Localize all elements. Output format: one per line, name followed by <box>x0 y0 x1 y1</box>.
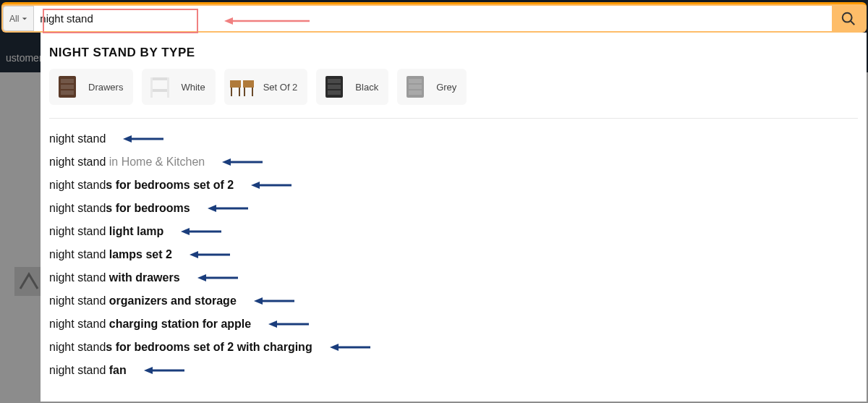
svg-rect-8 <box>61 90 74 95</box>
svg-marker-30 <box>222 158 231 166</box>
annotation-arrow-suggestion <box>181 227 223 236</box>
suggestion-item[interactable]: night stand charging station for apple <box>49 313 867 336</box>
type-chip-thumb <box>146 73 174 101</box>
type-chip[interactable]: White <box>142 69 215 105</box>
suggestion-item[interactable]: night stands for bedrooms set of 2 with … <box>49 336 867 359</box>
svg-rect-22 <box>328 90 341 95</box>
type-chip-row: Drawers White Set Of 2 Black Grey <box>49 69 858 119</box>
svg-rect-6 <box>61 79 74 83</box>
svg-rect-11 <box>150 77 153 98</box>
suggestion-list: night stand night stand in Home & Kitche… <box>49 127 867 382</box>
search-icon <box>841 11 856 27</box>
svg-rect-20 <box>328 79 341 83</box>
type-chip-label: Grey <box>436 82 456 93</box>
svg-rect-13 <box>230 80 241 88</box>
type-chip[interactable]: Drawers <box>49 69 133 105</box>
search-button[interactable] <box>832 6 865 31</box>
suggestion-item[interactable]: night stand organizers and storage <box>49 289 867 313</box>
svg-rect-7 <box>61 85 74 89</box>
svg-rect-15 <box>239 88 240 96</box>
search-suggestions-panel: NIGHT STAND BY TYPE Drawers White Set Of… <box>41 33 867 402</box>
suggestion-text: night stands for bedrooms <box>49 202 190 215</box>
suggestion-text: night stand fan <box>49 364 127 377</box>
svg-marker-32 <box>251 182 260 189</box>
type-chip[interactable]: Black <box>316 69 388 105</box>
annotation-arrow-suggestion <box>222 158 264 166</box>
suggestion-text: night stands for bedrooms set of 2 with … <box>49 341 312 354</box>
type-chip-label: Set Of 2 <box>263 82 298 93</box>
annotation-arrow-suggestion <box>197 273 239 282</box>
suggestion-item[interactable]: night stand with drawers <box>49 266 867 289</box>
svg-rect-24 <box>409 79 422 83</box>
svg-marker-42 <box>254 297 263 305</box>
search-category-dropdown[interactable]: All <box>3 6 34 31</box>
suggestion-text: night stand with drawers <box>49 271 180 284</box>
svg-rect-9 <box>150 77 169 80</box>
type-chip-thumb <box>401 73 429 101</box>
annotation-arrow-suggestion <box>330 343 372 352</box>
svg-rect-14 <box>231 88 232 96</box>
suggestion-item[interactable]: night stand lamps set 2 <box>49 243 867 266</box>
type-chip-thumb <box>229 73 256 101</box>
bg-product-thumb <box>14 267 43 296</box>
suggestion-item[interactable]: night stands for bedrooms set of 2 <box>49 174 867 197</box>
svg-rect-17 <box>244 88 245 96</box>
suggestion-text: night stand lamps set 2 <box>49 248 172 261</box>
annotation-arrow-suggestion <box>208 204 250 213</box>
suggestion-item[interactable]: night stand <box>49 127 867 150</box>
svg-marker-44 <box>268 321 277 328</box>
svg-point-1 <box>843 12 852 22</box>
search-bar: All <box>1 2 867 33</box>
annotation-arrow-suggestion <box>254 297 296 305</box>
suggestion-item[interactable]: night stand light lamp <box>49 220 867 243</box>
svg-rect-18 <box>252 88 253 96</box>
type-chip-thumb <box>320 73 348 101</box>
svg-marker-34 <box>208 205 216 212</box>
svg-marker-40 <box>197 274 206 281</box>
suggestion-text: night stand in Home & Kitchen <box>49 156 205 169</box>
svg-marker-36 <box>181 228 190 235</box>
suggestion-item[interactable]: night stands for bedrooms <box>49 197 867 220</box>
svg-rect-21 <box>328 85 341 89</box>
svg-marker-28 <box>123 135 132 143</box>
annotation-arrow-suggestion <box>251 181 293 190</box>
suggestion-text: night stand light lamp <box>49 225 163 238</box>
suggestion-text: night stand organizers and storage <box>49 294 237 307</box>
svg-line-2 <box>851 20 855 25</box>
annotation-arrow-suggestion <box>268 320 310 328</box>
svg-rect-10 <box>150 89 169 92</box>
search-category-label: All <box>9 14 19 24</box>
type-chip-thumb <box>54 73 81 101</box>
search-input-container <box>34 6 832 31</box>
chevron-down-icon <box>22 16 27 22</box>
svg-marker-48 <box>144 367 153 374</box>
suggestion-text: night stand charging station for apple <box>49 318 251 331</box>
type-chip[interactable]: Grey <box>397 69 467 105</box>
svg-rect-0 <box>14 267 43 296</box>
svg-rect-26 <box>409 90 422 95</box>
svg-marker-46 <box>330 344 339 351</box>
suggestions-type-header: NIGHT STAND BY TYPE <box>49 46 867 60</box>
type-chip[interactable]: Set Of 2 <box>224 69 308 105</box>
suggestion-item[interactable]: night stand fan <box>49 359 867 382</box>
svg-rect-16 <box>243 80 254 88</box>
svg-rect-25 <box>409 85 422 89</box>
search-input[interactable] <box>40 6 826 31</box>
annotation-arrow-suggestion <box>123 135 165 143</box>
type-chip-label: White <box>181 82 205 93</box>
annotation-arrow-suggestion <box>144 366 186 375</box>
suggestion-text: night stand <box>49 132 106 145</box>
svg-rect-12 <box>167 77 169 98</box>
type-chip-label: Black <box>355 82 378 93</box>
type-chip-label: Drawers <box>88 82 123 93</box>
annotation-arrow-suggestion <box>190 250 231 259</box>
svg-marker-38 <box>190 251 198 258</box>
suggestion-item[interactable]: night stand in Home & Kitchen <box>49 150 867 174</box>
suggestion-text: night stands for bedrooms set of 2 <box>49 179 234 192</box>
